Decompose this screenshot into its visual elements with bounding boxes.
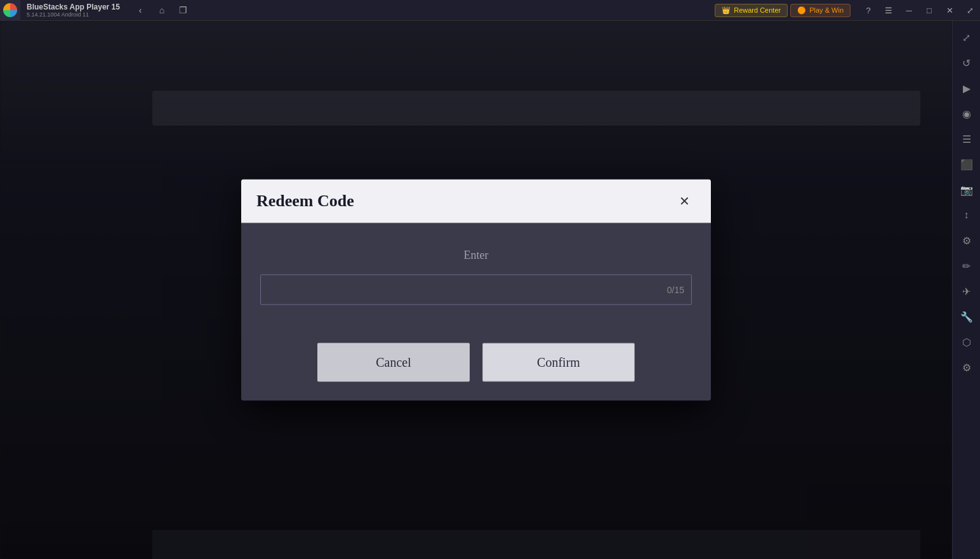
sidebar-refresh-icon[interactable]: ↺ bbox=[955, 51, 978, 74]
titlebar-right: 👑 Reward Center 🟠 Play & Win ? ☰ ─ □ ✕ ⤢ bbox=[715, 0, 980, 21]
sidebar-settings-icon[interactable]: ⚙ bbox=[955, 229, 978, 252]
modal-close-button[interactable]: ✕ bbox=[673, 190, 696, 213]
menu-button[interactable]: ☰ bbox=[878, 0, 899, 21]
reward-center-label: Reward Center bbox=[734, 6, 781, 14]
bluestacks-logo-icon bbox=[3, 3, 17, 17]
main-area: Redeem Code ✕ Enter 0/15 Cancel Confirm bbox=[0, 21, 952, 559]
reward-center-button[interactable]: 👑 Reward Center bbox=[715, 4, 788, 17]
window-controls: ? ☰ ─ □ ✕ ⤢ bbox=[858, 0, 980, 21]
code-input-wrapper: 0/15 bbox=[260, 275, 692, 305]
play-win-icon: 🟠 bbox=[797, 6, 806, 15]
maximize-button[interactable]: □ bbox=[919, 0, 939, 21]
nav-buttons: ‹ ⌂ ❐ bbox=[126, 1, 197, 19]
right-sidebar: ⤢ ↺ ▶ ◉ ☰ ⬛ 📷 ↕ ⚙ ✏ ✈ 🔧 ⬡ ⚙ bbox=[952, 21, 980, 559]
sidebar-edit-icon[interactable]: ✏ bbox=[955, 254, 978, 277]
sidebar-expand-icon[interactable]: ⤢ bbox=[955, 26, 978, 49]
sidebar-airplane-icon[interactable]: ✈ bbox=[955, 280, 978, 303]
sidebar-gear-icon[interactable]: ⚙ bbox=[955, 356, 978, 379]
home-button[interactable]: ⌂ bbox=[153, 1, 171, 19]
sidebar-play-icon[interactable]: ▶ bbox=[955, 77, 978, 100]
sidebar-menu-icon[interactable]: ☰ bbox=[955, 128, 978, 150]
back-button[interactable]: ‹ bbox=[131, 1, 149, 19]
modal-body: Enter 0/15 Cancel Confirm bbox=[241, 223, 711, 401]
confirm-button[interactable]: Confirm bbox=[482, 343, 635, 382]
modal-header: Redeem Code ✕ bbox=[241, 180, 711, 223]
enter-label: Enter bbox=[260, 249, 692, 262]
app-info: BlueStacks App Player 15 5.14.21.1004 An… bbox=[20, 3, 126, 18]
play-win-label: Play & Win bbox=[809, 6, 844, 14]
titlebar: BlueStacks App Player 15 5.14.21.1004 An… bbox=[0, 0, 980, 21]
cancel-button[interactable]: Cancel bbox=[317, 343, 470, 382]
copy-button[interactable]: ❐ bbox=[175, 1, 192, 19]
dialog-backdrop: Redeem Code ✕ Enter 0/15 Cancel Confirm bbox=[0, 21, 952, 559]
sidebar-hexagon-icon[interactable]: ⬡ bbox=[955, 331, 978, 353]
help-button[interactable]: ? bbox=[858, 0, 878, 21]
reward-icon: 👑 bbox=[722, 6, 731, 15]
modal-close-icon: ✕ bbox=[679, 194, 690, 209]
app-name: BlueStacks App Player 15 bbox=[27, 3, 120, 11]
sidebar-camera-icon[interactable]: 📷 bbox=[955, 178, 978, 201]
modal-footer: Cancel Confirm bbox=[260, 337, 692, 382]
modal-title: Redeem Code bbox=[256, 192, 354, 211]
sidebar-resize-icon[interactable]: ↕ bbox=[955, 204, 978, 227]
sidebar-record-icon[interactable]: ◉ bbox=[955, 102, 978, 125]
app-logo bbox=[0, 0, 20, 21]
redeem-code-dialog: Redeem Code ✕ Enter 0/15 Cancel Confirm bbox=[241, 180, 711, 401]
app-version: 5.14.21.1004 Android 11 bbox=[27, 11, 120, 18]
expand-button[interactable]: ⤢ bbox=[960, 0, 980, 21]
input-counter: 0/15 bbox=[667, 285, 684, 295]
modal: Redeem Code ✕ Enter 0/15 Cancel Confirm bbox=[241, 180, 711, 401]
sidebar-tools-icon[interactable]: 🔧 bbox=[955, 305, 978, 328]
sidebar-screen-icon[interactable]: ⬛ bbox=[955, 153, 978, 176]
redeem-code-input[interactable] bbox=[260, 275, 692, 305]
minimize-button[interactable]: ─ bbox=[899, 0, 919, 21]
close-button[interactable]: ✕ bbox=[939, 0, 960, 21]
play-win-button[interactable]: 🟠 Play & Win bbox=[790, 4, 851, 17]
